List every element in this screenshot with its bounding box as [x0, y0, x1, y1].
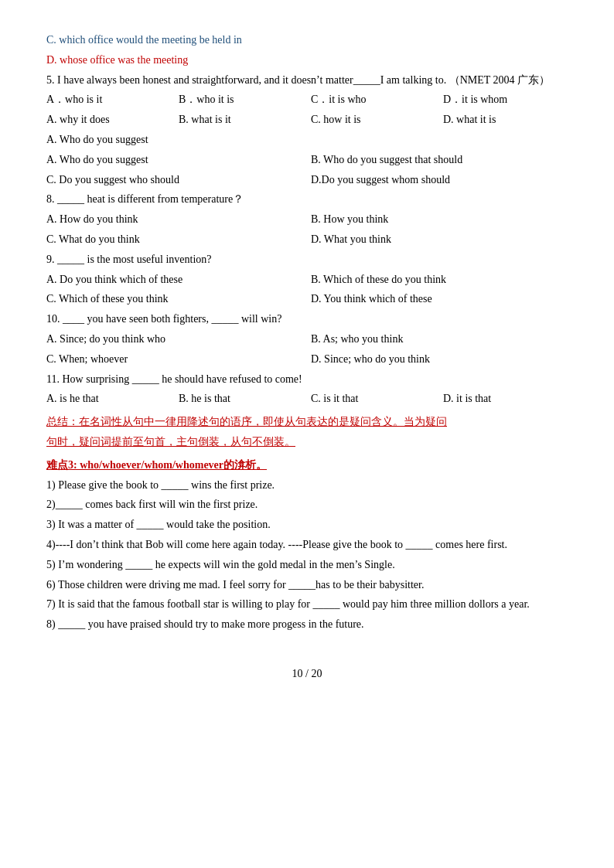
ex2-text: 2)_____ comes back first will win the fi…: [46, 499, 258, 510]
q8-d: D. What you think: [311, 230, 568, 249]
ex3: 3) It was a matter of _____ would take t…: [46, 516, 568, 534]
q9-text: 9. _____ is the most useful invention?: [46, 254, 211, 265]
option-c-which: C. which office would the meeting be hel…: [46, 34, 242, 46]
q9-answers-2: C. Which of these you think D. You think…: [46, 290, 568, 308]
q11-text: 11. How surprising _____ he should have …: [46, 373, 302, 385]
ex6: 6) Those children were driving me mad. I…: [46, 576, 568, 594]
q10-a: A. Since; do you think who: [46, 330, 303, 349]
q8-text: 8. _____ heat is different from temperat…: [46, 193, 244, 205]
q10-c: C. When; whoever: [46, 350, 303, 369]
q11-d: D. it is that: [443, 390, 568, 408]
q7-a: A. Who do you suggest: [46, 151, 303, 169]
q7-text: A. Who do you suggest: [46, 134, 148, 145]
ex8-text: 8) _____ you have praised should try to …: [46, 618, 364, 630]
ex5: 5) I’m wondering _____ he expects will w…: [46, 556, 568, 574]
q5-c: C．it is who: [311, 90, 435, 109]
ex6-text: 6) Those children were driving me mad. I…: [46, 579, 424, 591]
ex1-text: 1) Please give the book to _____ wins th…: [46, 479, 275, 491]
ex2: 2)_____ comes back first will win the fi…: [46, 495, 568, 514]
q8-b: B. How you think: [311, 210, 568, 229]
summary-text-1: 总结：在名词性从句中一律用降述句的语序，即使从句表达的是疑问含义。当为疑问: [46, 416, 447, 427]
difficulty-3-title: 难点3: who/whoever/whom/whomever的渰析。: [46, 456, 568, 475]
q8-a: A. How do you think: [46, 210, 303, 229]
q9-b: B. Which of these do you think: [311, 271, 568, 289]
question-9: 9. _____ is the most useful invention?: [46, 250, 568, 269]
q10-b: B. As; who you think: [311, 330, 568, 349]
q5-a: A．who is it: [46, 90, 171, 109]
ex8: 8) _____ you have praised should try to …: [46, 615, 568, 634]
q10-d: D. Since; who do you think: [311, 350, 568, 369]
main-content: C. which office would the meeting be hel…: [46, 31, 568, 683]
q11-answers: A. is he that B. he is that C. is it tha…: [46, 390, 568, 408]
page-footer: 10 / 20: [46, 665, 568, 683]
option-d-whose: D. whose office was the meeting: [46, 54, 188, 66]
q7-answers: A. Who do you suggest B. Who do you sugg…: [46, 151, 568, 169]
q10-answers-2: C. When; whoever D. Since; who do you th…: [46, 350, 568, 369]
summary-line-2: 句时，疑问词提前至句首，主句倒装，从句不倒装。: [46, 433, 568, 451]
line-c-which: C. which office would the meeting be hel…: [46, 31, 568, 49]
summary-line-1: 总结：在名词性从句中一律用降述句的语序，即使从句表达的是疑问含义。当为疑问: [46, 413, 568, 431]
line-d-whose: D. whose office was the meeting: [46, 51, 568, 70]
q7-answers-2: C. Do you suggest who should D.Do you su…: [46, 171, 568, 189]
ex4: 4)----I don’t think that Bob will come h…: [46, 536, 568, 554]
ex5-text: 5) I’m wondering _____ he expects will w…: [46, 559, 395, 570]
q6-a: A. why it does: [46, 111, 171, 129]
q6-c: C. how it is: [311, 111, 435, 129]
page-number: 10 / 20: [292, 668, 322, 679]
question-7: A. Who do you suggest: [46, 131, 568, 149]
ex7-text: 7) It is said that the famous football s…: [46, 598, 530, 610]
q11-a: A. is he that: [46, 390, 171, 408]
ex4-text: 4)----I don’t think that Bob will come h…: [46, 539, 507, 550]
ex7: 7) It is said that the famous football s…: [46, 595, 568, 614]
question-11: 11. How surprising _____ he should have …: [46, 370, 568, 389]
ex3-text: 3) It was a matter of _____ would take t…: [46, 519, 271, 530]
question-5: 5. I have always been honest and straigh…: [46, 71, 568, 90]
question-8: 8. _____ heat is different from temperat…: [46, 190, 568, 209]
q11-c: C. is it that: [311, 390, 435, 408]
q7-c: C. Do you suggest who should: [46, 171, 303, 189]
q10-text: 10. ____ you have seen both fighters, __…: [46, 313, 281, 325]
q9-a: A. Do you think which of these: [46, 271, 303, 289]
q6-d: D. what it is: [443, 111, 568, 129]
q6-answers: A. why it does B. what is it C. how it i…: [46, 111, 568, 129]
difficulty-title-text: 难点3: who/whoever/whom/whomever的渰析。: [46, 459, 267, 471]
q6-b: B. what is it: [179, 111, 303, 129]
q8-answers-1: A. How do you think B. How you think: [46, 210, 568, 229]
summary-text-2: 句时，疑问词提前至句首，主句倒装，从句不倒装。: [46, 436, 295, 448]
q7-b: B. Who do you suggest that should: [311, 151, 568, 169]
q9-answers-1: A. Do you think which of these B. Which …: [46, 271, 568, 289]
q8-c: C. What do you think: [46, 230, 303, 249]
q5-text: 5. I have always been honest and straigh…: [46, 74, 550, 86]
question-10: 10. ____ you have seen both fighters, __…: [46, 310, 568, 328]
q8-answers-2: C. What do you think D. What you think: [46, 230, 568, 249]
q9-d: D. You think which of these: [311, 290, 568, 308]
q9-c: C. Which of these you think: [46, 290, 303, 308]
ex1: 1) Please give the book to _____ wins th…: [46, 476, 568, 495]
q11-b: B. he is that: [179, 390, 303, 408]
q7-d: D.Do you suggest whom should: [311, 171, 568, 189]
q5-answers: A．who is it B．who it is C．it is who D．it…: [46, 90, 568, 109]
q5-d: D．it is whom: [443, 90, 568, 109]
q10-answers-1: A. Since; do you think who B. As; who yo…: [46, 330, 568, 349]
q5-b: B．who it is: [179, 90, 303, 109]
